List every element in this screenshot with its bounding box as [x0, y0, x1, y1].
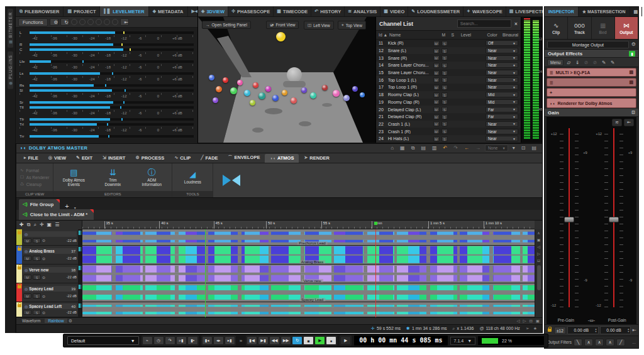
track-solo-button[interactable]: S	[33, 256, 41, 261]
column-header[interactable]: Id ▲	[379, 33, 389, 37]
mute-button[interactable]: M	[433, 70, 440, 75]
mute-button[interactable]: M	[433, 55, 440, 60]
more-options[interactable]: ...	[632, 340, 636, 344]
track-solo-button[interactable]: S	[33, 293, 41, 298]
montage-tool-icon[interactable]: ⧉	[27, 222, 31, 228]
titlebar-corner-icon[interactable]: ▾	[511, 145, 517, 151]
transport-marker-button[interactable]: ▸▮	[225, 336, 235, 345]
column-header[interactable]: Name	[389, 33, 441, 37]
ribbon-button[interactable]: ⓘADMInformation	[135, 168, 168, 187]
reset-gain-icon[interactable]: ⇤	[624, 119, 634, 126]
mute-button[interactable]: M	[433, 77, 440, 82]
montage-tool-icon[interactable]: ▣	[47, 222, 52, 227]
monitor-playback-button[interactable]: ▶	[340, 336, 351, 345]
track-gain[interactable]: -22 dB	[67, 310, 77, 314]
track-lane[interactable]: Verve new	[82, 265, 542, 283]
mute-button[interactable]: M	[433, 107, 440, 112]
transport-option-button[interactable]: ◷	[153, 336, 164, 345]
channel-row[interactable]: 17 Top Loop 1 (R) M S Near ▼	[376, 84, 521, 91]
channel-row[interactable]: 14 Snare Layer Choru... M S Near ▼	[376, 62, 521, 69]
post-gain-value[interactable]: 0.00 dB ▲▼	[600, 326, 631, 334]
lock-icon[interactable]	[18, 285, 21, 288]
solo-button[interactable]: S	[441, 85, 448, 90]
channel-row[interactable]: 13 Snare (R) M S Near ▼	[376, 54, 521, 62]
transport-more-button[interactable]: »	[238, 338, 243, 344]
rail-icon[interactable]: ∧	[537, 231, 540, 235]
menu-tab[interactable]: ⇲ INSERT	[97, 154, 130, 163]
atmos-3d-view[interactable]: → Open Setting Panel 🖳 Front View ◫ Left…	[198, 17, 376, 143]
channel-row[interactable]: 11 Kick (R) M S Off ▼	[376, 40, 521, 47]
close-icon[interactable]: ×	[514, 21, 518, 27]
channel-row[interactable]: 18 Roomy Clap (L) M S Mid ▼	[376, 91, 521, 99]
ribbon-button[interactable]: ▤Dolby AtmosEvents	[57, 168, 90, 187]
montage-tool-icon[interactable]: ☰	[55, 222, 59, 227]
titlebar-icon[interactable]: ⌂	[389, 145, 396, 151]
channel-row[interactable]: 12 Snare (L) M S Near ▼	[376, 47, 521, 55]
panel-tab[interactable]: ≊ ANALYSIS	[345, 6, 380, 16]
channel-row[interactable]: 20 Delayed Clap (L) M S Far ▼	[376, 106, 521, 113]
routing-icon[interactable]: ⊙	[42, 275, 45, 280]
effects-menu-button[interactable]: Menu	[547, 59, 564, 66]
status-item[interactable]: @ 118 ch 48 000 Hz	[479, 326, 519, 330]
panel-collapse-icon[interactable]: ⊡	[631, 110, 635, 115]
track-color-swatch[interactable]	[16, 246, 22, 264]
gear-icon[interactable]: ⚙	[631, 41, 636, 47]
channel-row[interactable]: 21 Delayed Clap (R) M S Far ▼	[376, 113, 521, 121]
meter-slot-icon[interactable]	[112, 19, 118, 25]
binaural-select[interactable]: Mid ▼	[486, 99, 518, 105]
audio-object-sphere[interactable]	[276, 32, 286, 41]
solo-button[interactable]: S	[441, 99, 448, 104]
binaural-select[interactable]: Near ▼	[486, 129, 518, 134]
transport-button[interactable]: ◀◀	[269, 336, 280, 345]
status-tail-icon[interactable]: ➢	[526, 326, 530, 331]
edit-pencil-icon[interactable]: ✎	[600, 60, 608, 65]
channel-mode-select[interactable]: 7.1.4 ▼	[450, 337, 476, 345]
mute-button[interactable]: M	[433, 85, 440, 90]
track-color-swatch[interactable]	[16, 229, 22, 245]
transport-option-button[interactable]: ▹▮	[176, 336, 187, 345]
panel-tab[interactable]: ✎ LOUDNESSMETER	[408, 6, 464, 16]
solo-button[interactable]: S	[441, 41, 448, 46]
effect-slot-empty[interactable]: ☰ ▤	[547, 78, 636, 87]
open-setting-panel-button[interactable]: → Open Setting Panel	[202, 21, 251, 29]
lock-icon[interactable]	[18, 304, 21, 307]
audio-object-sphere[interactable]	[310, 92, 316, 99]
meter-slot-icon[interactable]	[71, 19, 77, 25]
binaural-select[interactable]: Near ▼	[486, 48, 518, 53]
timeline-ruler[interactable]: 35 s40 s45 s50 s55 s1 mn1 mn 5 s1 mn 10 …	[82, 221, 535, 229]
solo-button[interactable]: S	[441, 129, 448, 134]
transport-option-button[interactable]: ▮▪	[187, 336, 198, 345]
filter-shape-button[interactable]: ∧	[584, 339, 593, 346]
filter-shape-button[interactable]: ╲	[574, 339, 582, 346]
panel-tab[interactable]: ▦ VIDEO	[380, 6, 408, 16]
rail-icon[interactable]: ▣	[537, 238, 541, 242]
titlebar-icon[interactable]: ▥	[430, 145, 439, 151]
track-lane[interactable]: Analog Brass	[82, 246, 542, 264]
montage-tab[interactable]: ◁) Close to the Limit - ADM *	[19, 209, 94, 220]
spinner-arrows-icon[interactable]: ▲▼	[595, 328, 598, 333]
scroll-left-icon[interactable]: ◁	[516, 319, 519, 324]
track-solo-button[interactable]: S	[33, 310, 41, 315]
audio-object-sphere[interactable]	[282, 90, 287, 96]
audio-object-sphere[interactable]	[258, 92, 265, 99]
track-mute-button[interactable]: M	[23, 275, 31, 280]
channel-row[interactable]: 23 Crash 1 (R) M S Near ▼	[376, 128, 521, 135]
transport-button[interactable]: ↻	[292, 336, 303, 345]
status-item[interactable]: ✱ 1 mn 34 s 286 ms	[406, 326, 447, 331]
panel-tab[interactable]: ⧉ FILEBROWSER	[16, 6, 64, 16]
channel-row[interactable]: 15 Snare Layer Choru... M S Near ▼	[376, 69, 521, 77]
inspector-mode-tab[interactable]: ⋈ Output	[615, 17, 638, 39]
track-color-swatch[interactable]	[16, 283, 22, 302]
link-gains-icon[interactable]: -▭-	[586, 318, 598, 323]
inspector-mode-tab[interactable]: ∿ Clip	[545, 17, 568, 39]
track-header[interactable]: ◎ Spacey Lead 39 M S ⊙ -22 dB	[16, 283, 82, 302]
routing-icon[interactable]: ⊙	[42, 256, 45, 261]
mute-button[interactable]: M	[433, 114, 440, 119]
mute-button[interactable]: M	[433, 92, 440, 97]
mute-button[interactable]: M	[433, 99, 440, 104]
transport-button[interactable]: ▮◀	[247, 336, 257, 345]
titlebar-icon[interactable]: ▦	[398, 145, 407, 151]
mute-button[interactable]: M	[433, 121, 440, 126]
titlebar-icon[interactable]: ↶	[441, 145, 450, 151]
mute-button[interactable]: M	[433, 136, 440, 141]
